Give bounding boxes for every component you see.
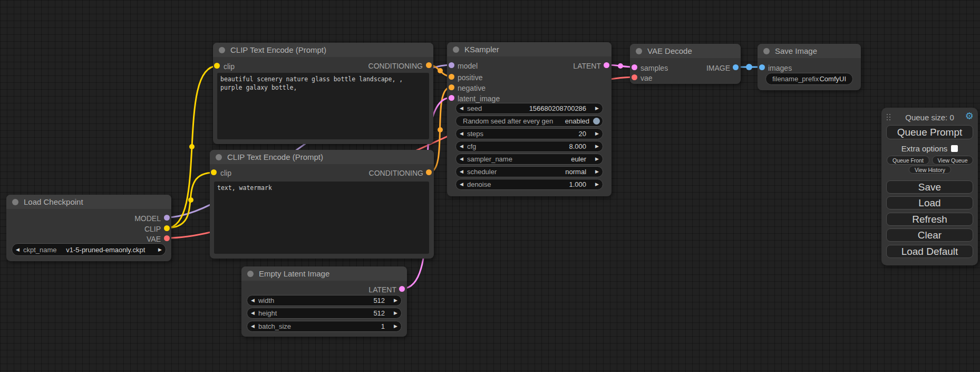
widget-ckpt-name[interactable]: ◀ ckpt_name v1-5-pruned-emaonly.ckpt ▶ [12,243,166,256]
output-slot-conditioning[interactable] [426,62,432,68]
input-slot-images[interactable] [759,64,765,70]
output-slot-vae[interactable] [164,235,170,241]
input-label-model: model [458,62,478,70]
view-queue-button[interactable]: View Queue [932,156,973,165]
decrement-icon[interactable]: ◀ [456,157,467,161]
collapse-dot-icon[interactable] [636,48,642,54]
input-slot-positive[interactable] [449,74,454,80]
collapse-dot-icon[interactable] [453,46,459,53]
node-load-checkpoint[interactable]: Load Checkpoint MODEL CLIP VAE ◀ ckpt_na… [6,195,171,261]
node-title-label: Load Checkpoint [24,197,83,206]
prompt-textarea[interactable]: beautiful scenery nature glass bottle la… [217,73,429,139]
node-clip-text-encode-1[interactable]: CLIP Text Encode (Prompt) clip CONDITION… [213,43,433,144]
view-history-button[interactable]: View History [909,166,951,174]
increment-icon[interactable]: ▶ [390,298,401,303]
increment-icon[interactable]: ▶ [390,311,401,316]
widget-value: euler [571,155,586,163]
decrement-icon[interactable]: ◀ [456,182,467,187]
collapse-dot-icon[interactable] [216,154,222,160]
widget-cfg[interactable]: ◀ cfg 8.000 ▶ [455,141,603,152]
increment-icon[interactable]: ▶ [591,182,603,187]
output-slot-image[interactable] [733,64,739,70]
input-label-images: images [768,64,792,72]
widget-value: ComfyUI [819,75,846,83]
collapse-dot-icon[interactable] [763,48,770,54]
node-title: KSampler [447,42,612,56]
widget-seed[interactable]: ◀ seed 156680208700286 ▶ [455,103,603,114]
toggle-icon[interactable] [593,118,600,125]
input-slot-latent-image[interactable] [449,95,454,101]
refresh-button[interactable]: Refresh [886,213,973,226]
node-clip-text-encode-2[interactable]: CLIP Text Encode (Prompt) clip CONDITION… [210,150,434,259]
input-slot-clip[interactable] [214,63,220,69]
increment-icon[interactable]: ▶ [591,157,603,161]
input-slot-samples[interactable] [632,64,637,70]
node-vae-decode[interactable]: VAE Decode samples vae IMAGE [630,44,741,84]
input-slot-model[interactable] [449,62,454,68]
node-title: Load Checkpoint [6,195,171,209]
node-empty-latent-image[interactable]: Empty Latent Image LATENT ◀ width 512 ▶ … [241,266,407,337]
node-ksampler[interactable]: KSampler model positive negative latent_… [447,42,612,196]
widget-width[interactable]: ◀ width 512 ▶ [247,295,402,306]
decrement-icon[interactable]: ◀ [247,324,258,329]
queue-front-button[interactable]: Queue Front [887,156,929,165]
input-slot-negative[interactable] [449,84,454,90]
output-label-clip: CLIP [144,225,161,233]
increment-icon[interactable]: ▶ [591,144,603,149]
widget-random-seed[interactable]: Random seed after every gen enabled [455,116,603,127]
widget-value: normal [565,168,586,176]
clear-button[interactable]: Clear [886,228,973,242]
output-label-conditioning: CONDITIONING [369,169,423,177]
widget-value: enabled [565,117,589,125]
decrement-icon[interactable]: ◀ [456,106,467,111]
widget-sampler-name[interactable]: ◀ sampler_name euler ▶ [455,154,603,165]
widget-scheduler[interactable]: ◀ scheduler normal ▶ [455,166,603,177]
widget-steps[interactable]: ◀ steps 20 ▶ [455,128,603,139]
collapse-dot-icon[interactable] [12,199,18,205]
prev-option-icon[interactable]: ◀ [12,247,23,252]
settings-gear-icon[interactable]: ⚙ [965,111,974,121]
load-default-button[interactable]: Load Default [886,245,973,258]
node-title-label: VAE Decode [647,46,692,55]
decrement-icon[interactable]: ◀ [456,131,467,136]
queue-panel: Queue size: 0 ⚙ Queue Prompt Extra optio… [881,108,978,265]
node-title: Save Image [758,44,861,58]
load-button[interactable]: Load [886,196,973,209]
extra-options-checkbox[interactable] [951,145,958,152]
next-option-icon[interactable]: ▶ [154,247,166,252]
decrement-icon[interactable]: ◀ [456,169,467,174]
output-slot-conditioning[interactable] [426,169,432,175]
decrement-icon[interactable]: ◀ [456,144,467,149]
widget-height[interactable]: ◀ height 512 ▶ [247,308,402,319]
queue-prompt-button[interactable]: Queue Prompt [886,125,973,139]
widget-filename-prefix[interactable]: filename_prefix ComfyUI [765,73,853,85]
output-slot-clip[interactable] [164,225,170,231]
increment-icon[interactable]: ▶ [591,106,603,111]
input-slot-vae[interactable] [632,74,637,80]
node-title-label: CLIP Text Encode (Prompt) [227,152,323,161]
output-label-model: MODEL [134,215,161,222]
widget-label: seed [467,104,482,112]
collapse-dot-icon[interactable] [219,47,225,53]
output-label-conditioning: CONDITIONING [368,62,423,70]
output-slot-latent[interactable] [399,286,405,292]
prompt-textarea[interactable]: text, watermark [214,182,429,254]
widget-denoise[interactable]: ◀ denoise 1.000 ▶ [455,179,603,190]
increment-icon[interactable]: ▶ [591,169,603,174]
widget-label: ckpt_name [23,246,57,254]
decrement-icon[interactable]: ◀ [247,298,258,303]
save-button[interactable]: Save [886,180,973,194]
widget-value: 8.000 [569,142,587,150]
decrement-icon[interactable]: ◀ [247,311,258,316]
increment-icon[interactable]: ▶ [390,324,401,329]
increment-icon[interactable]: ▶ [591,131,603,136]
widget-value: v1-5-pruned-emaonly.ckpt [66,246,145,254]
widget-value: 512 [373,297,385,304]
widget-batch-size[interactable]: ◀ batch_size 1 ▶ [247,321,402,332]
node-save-image[interactable]: Save Image images filename_prefix ComfyU… [758,44,861,90]
output-slot-model[interactable] [164,215,170,221]
input-label-clip: clip [220,169,231,177]
collapse-dot-icon[interactable] [247,271,254,277]
output-slot-latent[interactable] [604,62,609,68]
input-slot-clip[interactable] [211,169,217,175]
